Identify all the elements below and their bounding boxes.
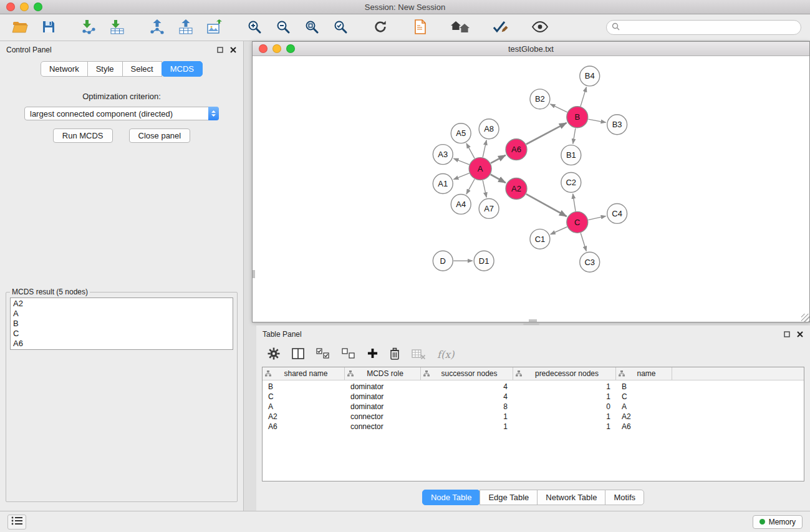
add-column-button[interactable] [367, 347, 378, 361]
run-mcds-button[interactable]: Run MCDS [53, 128, 113, 143]
table-float-panel-icon[interactable] [783, 331, 791, 338]
import-table-button[interactable] [105, 17, 130, 38]
mcds-result-item[interactable]: A2 [11, 299, 233, 309]
tab-node-table[interactable]: Node Table [422, 490, 481, 505]
node-C3[interactable]: C3 [580, 252, 600, 272]
delete-column-button[interactable] [390, 347, 400, 361]
node-A6[interactable]: A6 [506, 139, 527, 160]
network-window-titlebar[interactable]: testGlobe.txt [253, 42, 809, 56]
node-A[interactable]: A [469, 158, 491, 180]
select-all-button[interactable] [316, 347, 330, 361]
mcds-result-item[interactable]: A6 [11, 339, 233, 349]
search-box[interactable] [606, 20, 801, 35]
edge-A-A2[interactable] [491, 175, 506, 183]
tab-edge-table[interactable]: Edge Table [480, 490, 538, 505]
mcds-result-item[interactable]: C [11, 329, 233, 339]
tab-motifs[interactable]: Motifs [605, 490, 644, 505]
home-button[interactable] [448, 17, 473, 38]
edge-A-A7[interactable] [483, 180, 486, 197]
edge-A6-B[interactable] [526, 123, 567, 144]
function-builder-button[interactable]: f(x) [437, 347, 454, 361]
edge-A-A1[interactable] [453, 173, 469, 180]
deselect-all-button[interactable] [342, 347, 355, 361]
node-A7[interactable]: A7 [479, 198, 499, 218]
network-minimize-button[interactable] [272, 44, 281, 53]
network-canvas[interactable]: B4B2BB3A5A8A6B1A3AC2A1A2A4A7C4CC1C3DD1 [253, 56, 809, 322]
maximize-window-button[interactable] [34, 2, 42, 11]
horizontal-splitter[interactable] [252, 322, 810, 326]
node-C4[interactable]: C4 [607, 203, 627, 223]
edge-B-B2[interactable] [551, 104, 567, 112]
node-A1[interactable]: A1 [433, 174, 453, 194]
network-maximize-button[interactable] [286, 44, 295, 53]
network-close-button[interactable] [259, 44, 268, 53]
table-row[interactable]: Bdominator41B [263, 382, 804, 392]
node-A5[interactable]: A5 [451, 123, 471, 143]
edge-A-A3[interactable] [454, 158, 470, 165]
close-window-button[interactable] [6, 2, 15, 11]
zoom-out-button[interactable] [271, 17, 296, 38]
zoom-fit-button[interactable] [299, 17, 324, 38]
column-header-shared-name[interactable]: shared name [263, 367, 345, 380]
memory-button[interactable]: Memory [753, 515, 803, 529]
tab-select[interactable]: Select [122, 61, 162, 77]
edge-C-C3[interactable] [581, 233, 586, 251]
column-header-successor-nodes[interactable]: successor nodes [421, 367, 513, 380]
edge-C-C2[interactable] [573, 194, 576, 211]
edge-A-A4[interactable] [466, 179, 475, 194]
node-C2[interactable]: C2 [561, 173, 581, 193]
table-row[interactable]: A6connector11A6 [263, 422, 804, 432]
tab-network-table[interactable]: Network Table [537, 490, 605, 505]
zoom-in-button[interactable] [242, 17, 267, 38]
float-panel-icon[interactable] [216, 46, 224, 54]
export-image-button[interactable] [202, 17, 227, 38]
export-table-button[interactable] [173, 17, 198, 38]
edge-B-B1[interactable] [573, 128, 576, 144]
edge-A-A6[interactable] [491, 155, 506, 163]
edge-B-B4[interactable] [581, 87, 586, 107]
mcds-result-list[interactable]: A2ABCA6 [10, 297, 233, 350]
node-B3[interactable]: B3 [607, 115, 627, 135]
table-settings-button[interactable] [268, 347, 280, 361]
column-header-name[interactable]: name [616, 367, 672, 380]
mcds-result-item[interactable]: A [11, 309, 233, 319]
node-table[interactable]: shared nameMCDS rolesuccessor nodesprede… [262, 367, 804, 481]
edge-C-C4[interactable] [588, 216, 605, 220]
search-input[interactable] [623, 22, 796, 32]
edge-C-C1[interactable] [551, 227, 567, 235]
tab-network[interactable]: Network [41, 61, 88, 77]
node-A3[interactable]: A3 [433, 145, 453, 165]
node-A8[interactable]: A8 [479, 119, 499, 139]
pen-check-button[interactable] [488, 17, 513, 38]
show-columns-button[interactable] [292, 347, 304, 361]
task-list-button[interactable] [7, 515, 26, 530]
node-B[interactable]: B [567, 107, 588, 128]
eye-button[interactable] [528, 17, 552, 38]
column-header-predecessor-nodes[interactable]: predecessor nodes [513, 367, 616, 380]
save-session-button[interactable] [36, 17, 61, 38]
edge-B-B3[interactable] [588, 119, 605, 122]
edge-A-A5[interactable] [466, 143, 475, 158]
node-B4[interactable]: B4 [580, 66, 600, 86]
zoom-selected-button[interactable] [328, 17, 353, 38]
close-panel-button[interactable]: Close panel [129, 128, 191, 143]
node-C1[interactable]: C1 [530, 229, 550, 249]
node-A4[interactable]: A4 [451, 194, 471, 214]
column-header-mcds-role[interactable]: MCDS role [345, 367, 421, 380]
export-network-button[interactable] [145, 17, 170, 38]
table-row[interactable]: Adominator80A [263, 402, 804, 412]
node-B1[interactable]: B1 [561, 145, 581, 165]
node-B2[interactable]: B2 [530, 89, 550, 109]
document-button[interactable] [408, 17, 433, 38]
refresh-button[interactable] [368, 17, 393, 38]
table-row[interactable]: Cdominator41C [263, 392, 804, 402]
open-file-button[interactable] [7, 17, 32, 38]
node-D1[interactable]: D1 [474, 251, 494, 271]
tab-style[interactable]: Style [87, 61, 123, 77]
table-row[interactable]: A2connector11A2 [263, 412, 804, 422]
optimization-criterion-select[interactable]: largest connected component (directed) [24, 107, 219, 120]
table-close-panel-icon[interactable] [796, 331, 804, 338]
mcds-result-item[interactable]: B [11, 319, 233, 329]
node-A2[interactable]: A2 [506, 178, 527, 200]
close-panel-icon[interactable] [229, 46, 237, 54]
